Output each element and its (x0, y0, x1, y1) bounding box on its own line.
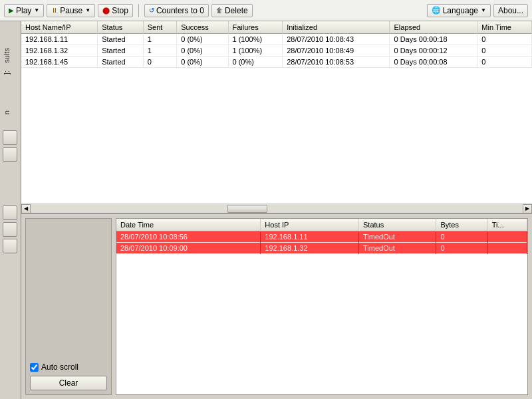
log-table-header: Date Time Host IP Status Bytes Ti... (116, 219, 527, 231)
host-table-cell: Started (98, 34, 144, 45)
host-table-row[interactable]: 192.168.1.11Started10 (0%)1 (100%)28/07/… (21, 34, 532, 45)
play-dropdown-arrow[interactable]: ▼ (34, 7, 39, 13)
main-area: sults ]: n Host Name/IP Status Sent (0, 21, 532, 399)
host-table-cell: 28/07/2010 10:08:53 (283, 57, 390, 68)
log-table-cell: 192.168.1.11 (261, 231, 359, 243)
host-table-header: Host Name/IP Status Sent Success Failure… (21, 21, 532, 34)
host-table-body: 192.168.1.11Started10 (0%)1 (100%)28/07/… (21, 34, 532, 68)
delete-icon: 🗑 (216, 7, 223, 14)
log-col-bytes: Bytes (436, 219, 487, 231)
log-table: Date Time Host IP Status Bytes Ti... 28/… (116, 219, 527, 254)
log-table-cell: 28/07/2010 10:08:56 (116, 231, 261, 243)
scroll-thumb[interactable] (227, 205, 267, 213)
host-table-cell: 0 Days 00:00:08 (390, 57, 477, 68)
log-table-cell: 28/07/2010 10:09:00 (116, 243, 261, 254)
log-col-datetime: Date Time (116, 219, 261, 231)
sidebar-btn-1[interactable] (3, 130, 17, 145)
bottom-area: Auto scroll Clear Date Time Host IP Stat… (21, 214, 532, 399)
host-table-cell: Started (98, 57, 144, 68)
counters-button[interactable]: ↺ Counters to 0 (144, 4, 209, 17)
log-table-cell: TimedOut (358, 231, 436, 243)
log-table-cell (487, 243, 527, 254)
col-failures: Failures (228, 21, 283, 34)
host-table-cell: 0 (477, 45, 532, 57)
col-hostname: Host Name/IP (21, 21, 98, 34)
left-sidebar: sults ]: n (0, 21, 21, 399)
log-table-cell: TimedOut (358, 243, 436, 254)
pause-icon: ⏸ (51, 7, 58, 14)
sidebar-bracket-label: ]: (3, 70, 18, 74)
host-table-cell: 0 (477, 57, 532, 68)
autoscroll-label: Auto scroll (41, 362, 78, 372)
top-table-area: Host Name/IP Status Sent Success Failure… (21, 21, 532, 214)
col-success: Success (177, 21, 228, 34)
host-table-cell: 28/07/2010 10:08:49 (283, 45, 390, 57)
clear-button[interactable]: Clear (30, 376, 107, 390)
stop-button[interactable]: ⬤ Stop (98, 4, 133, 17)
autoscroll-checkbox[interactable] (30, 363, 39, 372)
log-table-body: 28/07/2010 10:08:56192.168.1.11TimedOut0… (116, 231, 527, 254)
log-col-status: Status (358, 219, 436, 231)
host-table-cell: 0 (0%) (177, 34, 228, 45)
language-label: Language (443, 6, 478, 15)
stop-label: Stop (112, 6, 128, 15)
play-button[interactable]: ▶ Play ▼ (4, 4, 44, 17)
top-scrollbar[interactable]: ◀ ▶ (21, 203, 532, 213)
host-table-row[interactable]: 192.168.1.45Started00 (0%)0 (0%)28/07/20… (21, 57, 532, 68)
host-table-row[interactable]: 192.168.1.32Started10 (0%)1 (100%)28/07/… (21, 45, 532, 57)
play-label: Play (16, 6, 31, 15)
host-table-cell: 0 (0%) (228, 57, 283, 68)
right-panel: Host Name/IP Status Sent Success Failure… (21, 21, 532, 399)
stop-icon: ⬤ (102, 7, 110, 14)
scroll-left-arrow[interactable]: ◀ (21, 204, 31, 213)
about-label: Abou... (498, 6, 523, 15)
language-button[interactable]: 🌐 Language ▼ (427, 4, 491, 17)
host-table-cell: 0 (143, 57, 176, 68)
about-button[interactable]: Abou... (493, 4, 528, 17)
sidebar-btn-4[interactable] (3, 222, 17, 237)
scroll-right-arrow[interactable]: ▶ (523, 204, 532, 213)
host-table-cell: 0 Days 00:00:18 (390, 34, 477, 45)
sidebar-btn-2[interactable] (3, 147, 17, 162)
pause-label: Pause (60, 6, 82, 15)
host-table-cell: 1 (143, 34, 176, 45)
log-table-cell: 192.168.1.32 (261, 243, 359, 254)
sidebar-n-label: n (3, 110, 18, 114)
host-table-cell: 1 (100%) (228, 34, 283, 45)
delete-button[interactable]: 🗑 Delete (211, 4, 253, 17)
autoscroll-row: Auto scroll (30, 362, 107, 372)
pause-dropdown-arrow[interactable]: ▼ (85, 7, 90, 13)
host-table-cell: 0 (0%) (177, 57, 228, 68)
log-col-ti: Ti... (487, 219, 527, 231)
toolbar-divider-1 (138, 4, 139, 17)
scroll-track[interactable] (31, 204, 523, 213)
clear-label: Clear (59, 378, 78, 388)
log-col-hostip: Host IP (261, 219, 359, 231)
sidebar-btn-3[interactable] (3, 205, 17, 220)
log-table-cell: 0 (436, 231, 487, 243)
sidebar-results-label: sults (3, 48, 18, 63)
host-table-cell: 28/07/2010 10:08:43 (283, 34, 390, 45)
log-table-row[interactable]: 28/07/2010 10:09:00192.168.1.32TimedOut0 (116, 243, 527, 254)
host-table-cell: 1 (100%) (228, 45, 283, 57)
host-table-cell: 192.168.1.32 (21, 45, 98, 57)
counters-label: Counters to 0 (156, 6, 204, 15)
log-controls: Auto scroll Clear (25, 218, 112, 395)
pause-button[interactable]: ⏸ Pause ▼ (47, 4, 95, 17)
sidebar-btn-5[interactable] (3, 239, 17, 253)
host-table-cell: 0 Days 00:00:12 (390, 45, 477, 57)
log-table-cell: 0 (436, 243, 487, 254)
col-status: Status (98, 21, 144, 34)
host-table-cell: 0 (0%) (177, 45, 228, 57)
log-table-cell (487, 231, 527, 243)
col-mintime: Min Time (477, 21, 532, 34)
col-initialized: Initialized (283, 21, 390, 34)
language-dropdown-arrow[interactable]: ▼ (481, 7, 486, 13)
host-table-cell: 0 (477, 34, 532, 45)
host-table: Host Name/IP Status Sent Success Failure… (21, 21, 532, 68)
host-table-cell: 1 (143, 45, 176, 57)
col-sent: Sent (143, 21, 176, 34)
log-table-area: Date Time Host IP Status Bytes Ti... 28/… (116, 218, 528, 395)
delete-label: Delete (225, 6, 248, 15)
log-table-row[interactable]: 28/07/2010 10:08:56192.168.1.11TimedOut0 (116, 231, 527, 243)
